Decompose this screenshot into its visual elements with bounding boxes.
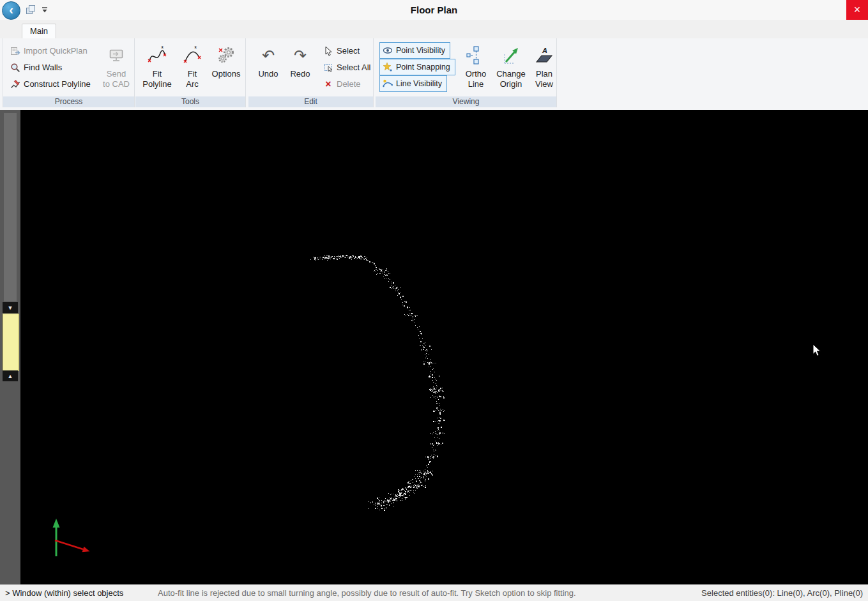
tab-main[interactable]: Main xyxy=(22,24,56,39)
select-all-icon xyxy=(323,63,333,73)
point-cloud-canvas[interactable] xyxy=(20,110,868,584)
fit-arc-label-2: Arc xyxy=(186,79,199,89)
delete-icon: × xyxy=(323,79,333,89)
find-walls-icon xyxy=(10,63,20,73)
change-origin-label-1: Change xyxy=(496,69,526,79)
point-visibility-toggle[interactable]: Point Visibility xyxy=(379,42,450,59)
point-visibility-icon xyxy=(383,45,393,56)
fit-polyline-icon: * xyxy=(148,46,167,65)
ortho-line-label-1: Ortho xyxy=(466,69,487,79)
command-prompt-text: > Window (within) select objects xyxy=(5,585,123,601)
import-quickplan-button[interactable]: Import QuickPlan xyxy=(8,43,89,58)
select-label: Select xyxy=(337,46,360,56)
ribbon: Import QuickPlan Find Walls Construct Po… xyxy=(0,38,868,110)
ortho-line-icon xyxy=(466,46,485,65)
find-walls-label: Find Walls xyxy=(24,63,62,72)
import-quickplan-label: Import QuickPlan xyxy=(24,46,88,56)
scroll-up-icon: ▲ xyxy=(8,373,13,379)
group-process: Import QuickPlan Find Walls Construct Po… xyxy=(3,38,135,107)
plan-view-label-2: View xyxy=(535,79,553,89)
ortho-line-button[interactable]: Ortho Line xyxy=(461,40,491,96)
point-snapping-toggle[interactable]: Point Snapping xyxy=(379,59,455,75)
undo-label: Undo xyxy=(258,69,278,79)
fit-arc-button[interactable]: * Fit Arc xyxy=(178,40,207,96)
redo-button[interactable]: ↷ Redo xyxy=(286,40,315,96)
svg-text:A: A xyxy=(542,47,547,54)
send-to-cad-label-2: to CAD xyxy=(103,79,130,89)
close-button[interactable]: × xyxy=(846,0,868,20)
floor-plan-window: ‹ Floor Plan × Main xyxy=(0,0,868,601)
group-tools: * Fit Polyline * Fit Arc xyxy=(135,38,246,107)
select-all-button[interactable]: Select All xyxy=(321,60,372,75)
change-origin-button[interactable]: Change Origin xyxy=(493,40,529,96)
redo-icon: ↷ xyxy=(294,46,307,65)
import-quickplan-icon xyxy=(10,46,20,56)
side-rail: ▼ ▲ xyxy=(0,110,20,584)
svg-text:*: * xyxy=(194,46,197,52)
send-to-cad-label-1: Send xyxy=(107,69,126,79)
fit-arc-label-1: Fit xyxy=(188,69,197,79)
drawing-area[interactable] xyxy=(20,110,868,584)
ortho-line-label-2: Line xyxy=(468,79,484,89)
undo-icon: ↶ xyxy=(262,46,275,65)
point-snapping-label: Point Snapping xyxy=(396,63,450,72)
side-rail-track[interactable] xyxy=(4,113,17,301)
undo-button[interactable]: ↶ Undo xyxy=(254,40,283,96)
construct-polyline-label: Construct Polyline xyxy=(24,79,91,89)
send-to-cad-button[interactable]: Send to CAD xyxy=(100,40,132,96)
point-visibility-label: Point Visibility xyxy=(396,46,445,55)
side-rail-thumb[interactable] xyxy=(3,314,19,371)
plan-view-button[interactable]: A Plan View xyxy=(531,40,557,96)
find-walls-button[interactable]: Find Walls xyxy=(8,60,64,75)
group-label-viewing: Viewing xyxy=(376,96,556,107)
point-snapping-icon xyxy=(383,62,393,72)
group-edit: ↶ Undo ↷ Redo Select Select All xyxy=(248,38,374,107)
change-origin-icon xyxy=(501,46,521,65)
window-title: Floor Plan xyxy=(0,0,868,20)
options-icon xyxy=(217,46,236,65)
select-all-label: Select All xyxy=(337,63,370,72)
fit-polyline-label-2: Polyline xyxy=(142,79,172,89)
group-viewing: Point Visibility Point Snapping Line Vis… xyxy=(376,38,557,107)
fit-polyline-button[interactable]: * Fit Polyline xyxy=(141,40,174,96)
scroll-up-button[interactable]: ▲ xyxy=(3,370,18,381)
close-icon: × xyxy=(854,3,861,17)
change-origin-label-2: Origin xyxy=(500,79,522,89)
scroll-down-icon: ▼ xyxy=(8,305,13,311)
fit-arc-icon: * xyxy=(183,46,202,65)
line-visibility-icon xyxy=(383,79,393,89)
status-message: Auto-fit line is rejected due to small t… xyxy=(158,585,576,601)
construct-polyline-icon xyxy=(10,79,20,89)
send-to-cad-icon xyxy=(108,47,125,64)
plan-view-label-1: Plan xyxy=(536,69,552,79)
title-bar: ‹ Floor Plan × xyxy=(0,0,868,20)
plan-view-icon: A xyxy=(535,46,554,65)
select-button[interactable]: Select xyxy=(321,43,362,58)
options-button[interactable]: Options xyxy=(209,40,243,96)
group-label-process: Process xyxy=(3,96,134,107)
delete-label: Delete xyxy=(337,79,361,89)
options-label: Options xyxy=(212,69,241,79)
status-bar: > Window (within) select objects Auto-fi… xyxy=(0,584,868,601)
fit-polyline-label-1: Fit xyxy=(153,69,162,79)
selection-summary: Selected entities(0): Line(0), Arc(0), P… xyxy=(701,585,863,601)
group-label-tools: Tools xyxy=(135,96,245,107)
svg-text:*: * xyxy=(161,46,164,52)
line-visibility-label: Line Visibility xyxy=(396,79,442,88)
workspace: ▼ ▲ xyxy=(0,110,868,584)
scroll-down-button[interactable]: ▼ xyxy=(3,302,18,313)
construct-polyline-button[interactable]: Construct Polyline xyxy=(8,77,93,91)
ribbon-tab-row: Main xyxy=(0,20,868,38)
line-visibility-toggle[interactable]: Line Visibility xyxy=(379,75,447,92)
delete-button[interactable]: × Delete xyxy=(321,77,363,91)
select-icon xyxy=(323,46,333,56)
group-label-edit: Edit xyxy=(248,96,373,107)
redo-label: Redo xyxy=(290,69,310,79)
